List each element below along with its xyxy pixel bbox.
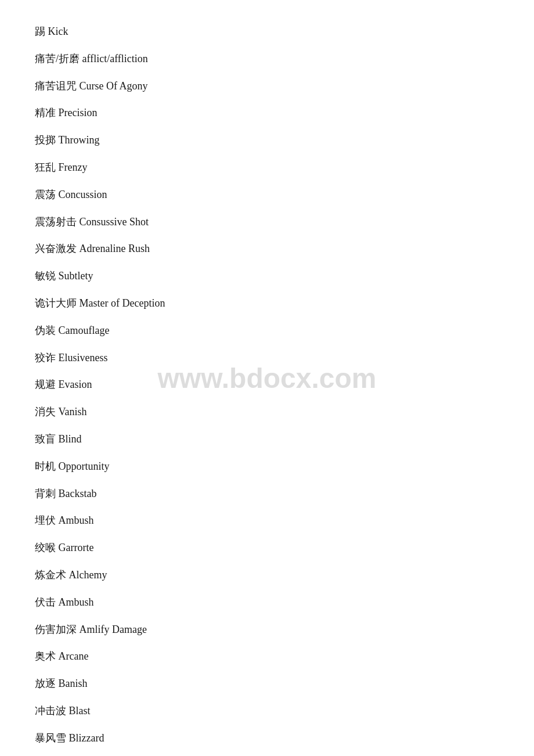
list-item: 消失 Vanish (35, 404, 499, 420)
list-item: 规避 Evasion (35, 376, 499, 393)
list-item: 伪装 Camouflage (35, 322, 499, 339)
list-item: 埋伏 Ambush (35, 512, 499, 529)
list-item: 伏击 Ambush (35, 594, 499, 611)
list-item: 伤害加深 Amlify Damage (35, 621, 499, 638)
list-item: 震荡 Concussion (35, 186, 499, 203)
list-item: 投掷 Throwing (35, 132, 499, 149)
list-item: 兴奋激发 Adrenaline Rush (35, 240, 499, 257)
list-item: 冲击波 Blast (35, 703, 499, 719)
list-item: 敏锐 Subtlety (35, 268, 499, 285)
list-item: 狡诈 Elusiveness (35, 350, 499, 366)
list-item: 踢 Kick (35, 23, 499, 40)
list-item: 背刺 Backstab (35, 485, 499, 502)
list-item: 奥术 Arcane (35, 648, 499, 665)
list-item: 精准 Precision (35, 105, 499, 121)
list-item: 震荡射击 Consussive Shot (35, 214, 499, 231)
list-item: 致盲 Blind (35, 431, 499, 448)
list-item: 痛苦/折磨 afflict/affliction (35, 51, 499, 67)
list-item: 诡计大师 Master of Deception (35, 295, 499, 312)
list-item: 狂乱 Frenzy (35, 159, 499, 176)
list-item: 绞喉 Garrorte (35, 539, 499, 556)
list-item: 放逐 Banish (35, 675, 499, 692)
list-item: 暴风雪 Blizzard (35, 730, 499, 747)
list-item: 痛苦诅咒 Curse Of Agony (35, 78, 499, 95)
list-item: 时机 Opportunity (35, 458, 499, 475)
list-item: 炼金术 Alchemy (35, 567, 499, 584)
content-area: 踢 Kick痛苦/折磨 afflict/affliction痛苦诅咒 Curse… (0, 0, 534, 756)
